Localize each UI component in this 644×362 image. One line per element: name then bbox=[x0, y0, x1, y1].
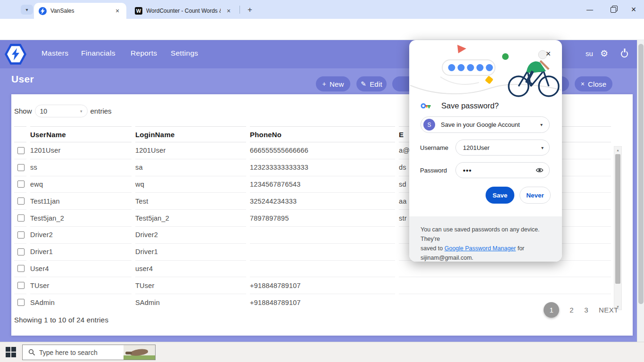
start-button[interactable] bbox=[6, 347, 16, 357]
table-summary: Showing 1 to 10 of 24 entries bbox=[14, 316, 108, 324]
row-checkbox[interactable] bbox=[17, 147, 25, 154]
account-select[interactable]: S Save in your Google Account ▾ bbox=[421, 116, 550, 133]
password-field[interactable]: ••• bbox=[455, 162, 550, 178]
edit-button[interactable]: ✎Edit bbox=[356, 76, 387, 91]
google-password-manager-link[interactable]: Google Password Manager bbox=[445, 245, 516, 252]
page-1-button[interactable]: 1 bbox=[544, 302, 559, 318]
nav-item-financials[interactable]: Financials bbox=[81, 49, 116, 58]
nav-item-masters[interactable]: Masters bbox=[41, 49, 68, 58]
entries-label: entries bbox=[91, 107, 112, 115]
table-row[interactable]: SAdminSAdmin+918848789107 bbox=[14, 294, 611, 310]
tab-close-icon[interactable]: × bbox=[113, 7, 122, 15]
browser-titlebar: ▾ VanSales × W WordCounter - Count Words… bbox=[0, 0, 644, 19]
logged-in-user[interactable]: su bbox=[586, 49, 593, 58]
tab-search-button[interactable]: ▾ bbox=[21, 5, 33, 15]
nav-item-reports[interactable]: Reports bbox=[131, 49, 157, 58]
row-checkbox[interactable] bbox=[17, 265, 25, 272]
browser-toolbar: ← → ↻ ⚠ Not secure 103.120.178.195:85/Se… bbox=[0, 19, 644, 40]
google-password-key-icon bbox=[421, 102, 431, 110]
page-2-button[interactable]: 2 bbox=[570, 306, 574, 314]
dialog-title: Save password? bbox=[441, 101, 499, 110]
show-entries-row: Show 10 ▾ entries bbox=[14, 105, 112, 117]
row-checkbox[interactable] bbox=[17, 214, 25, 222]
table-scrollbar[interactable]: ▴ ▾ bbox=[614, 146, 622, 310]
header-phoneno[interactable]: PhoneNo bbox=[250, 126, 395, 142]
vansales-favicon-icon bbox=[39, 7, 47, 15]
row-checkbox[interactable] bbox=[17, 248, 25, 255]
new-button[interactable]: +New bbox=[316, 76, 350, 91]
username-field[interactable]: 1201User ▾ bbox=[455, 140, 550, 156]
never-button[interactable]: Never bbox=[520, 187, 551, 204]
show-label: Show bbox=[14, 107, 32, 115]
tab-close-icon[interactable]: × bbox=[224, 7, 233, 15]
row-checkbox[interactable] bbox=[17, 197, 25, 205]
close-button[interactable]: ×Close bbox=[575, 76, 612, 91]
gear-icon[interactable]: ⚙ bbox=[600, 48, 608, 59]
chevron-down-icon: ▾ bbox=[540, 122, 543, 127]
vansales-logo-icon[interactable] bbox=[5, 43, 26, 65]
entries-select[interactable]: 10 ▾ bbox=[35, 105, 88, 117]
save-password-dialog: × Save password? S Save in your Google A… bbox=[409, 40, 562, 262]
scroll-up-icon[interactable]: ▴ bbox=[614, 147, 621, 153]
search-icon bbox=[28, 349, 35, 356]
row-checkbox[interactable] bbox=[17, 164, 25, 171]
pencil-icon: ✎ bbox=[361, 80, 366, 88]
password-illustration bbox=[409, 42, 562, 101]
password-label: Password bbox=[420, 167, 447, 174]
tab-wordcounter[interactable]: W WordCounter - Count Words & × bbox=[130, 3, 238, 19]
new-tab-button[interactable]: + bbox=[244, 4, 256, 16]
header-username[interactable]: UserName bbox=[30, 126, 132, 142]
restore-button[interactable] bbox=[603, 0, 623, 19]
screen: ▾ VanSales × W WordCounter - Count Words… bbox=[0, 0, 644, 362]
tab-title: VanSales bbox=[50, 8, 109, 14]
restore-icon bbox=[611, 7, 615, 12]
next-page-button[interactable]: NEXT bbox=[599, 306, 619, 314]
page-3-button[interactable]: 3 bbox=[584, 306, 588, 314]
tab-title: WordCounter - Count Words & bbox=[146, 8, 221, 14]
minimize-icon: — bbox=[586, 6, 593, 13]
power-icon[interactable] bbox=[621, 50, 628, 58]
page-scrollbar[interactable] bbox=[637, 40, 644, 342]
close-x-icon: × bbox=[581, 80, 585, 88]
taskbar-search[interactable]: Type here to search bbox=[22, 345, 156, 360]
save-button[interactable]: Save bbox=[486, 187, 514, 204]
header-loginname[interactable]: LoginName bbox=[135, 126, 246, 142]
close-icon: × bbox=[631, 5, 636, 15]
search-placeholder: Type here to search bbox=[39, 349, 120, 356]
pagination: 1 2 3 NEXT bbox=[544, 302, 619, 318]
row-checkbox[interactable] bbox=[17, 299, 25, 306]
dialog-footer: You can use saved passwords on any devic… bbox=[409, 216, 562, 262]
table-row[interactable]: TUserTUser+918848789107 bbox=[14, 277, 611, 294]
search-highlight-image[interactable] bbox=[124, 345, 155, 360]
chevron-down-icon: ▾ bbox=[80, 109, 83, 114]
chevron-down-icon: ▾ bbox=[25, 7, 28, 12]
dialog-close-icon[interactable]: × bbox=[543, 49, 553, 59]
header-checkbox-cell bbox=[14, 126, 26, 142]
eye-icon[interactable] bbox=[536, 167, 544, 173]
plus-icon: + bbox=[322, 80, 326, 88]
table-row[interactable]: User4user4 bbox=[14, 261, 611, 278]
windows-taskbar: Type here to search S S 10°C Fog bbox=[0, 342, 644, 362]
account-avatar: S bbox=[423, 119, 435, 131]
tab-divider bbox=[239, 6, 240, 14]
row-checkbox[interactable] bbox=[17, 231, 25, 239]
close-window-button[interactable]: × bbox=[623, 0, 644, 19]
page-title: User bbox=[11, 74, 34, 85]
row-checkbox[interactable] bbox=[17, 181, 25, 188]
scrollbar-thumb[interactable] bbox=[615, 154, 620, 284]
wordcounter-favicon-icon: W bbox=[135, 7, 142, 15]
row-checkbox[interactable] bbox=[17, 282, 25, 289]
username-label: Username bbox=[420, 144, 448, 151]
tab-vansales[interactable]: VanSales × bbox=[34, 3, 126, 19]
chevron-down-icon: ▾ bbox=[541, 145, 544, 150]
scrollbar-thumb[interactable] bbox=[638, 44, 644, 304]
nav-item-settings[interactable]: Settings bbox=[171, 49, 198, 58]
minimize-button[interactable]: — bbox=[579, 0, 600, 19]
dialog-title-row: Save password? bbox=[421, 101, 499, 110]
